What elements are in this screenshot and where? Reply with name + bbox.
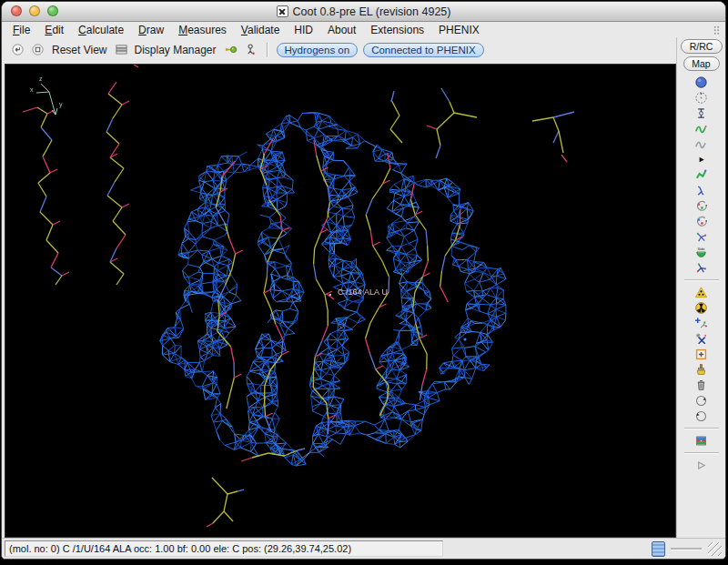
x11-icon xyxy=(277,5,288,17)
menu-validate[interactable]: Validate xyxy=(234,24,288,36)
status-slider[interactable] xyxy=(652,541,665,557)
torsion-general-icon[interactable] xyxy=(694,261,708,275)
menu-extensions[interactable]: Extensions xyxy=(363,24,431,36)
left-column: Reset ViewDisplay ManagerHydrogens onCon… xyxy=(2,37,676,538)
svg-text:Side: Side xyxy=(697,247,705,251)
side-separator xyxy=(684,279,719,281)
clock-icon[interactable] xyxy=(694,91,708,105)
rotate-translate-icon[interactable] xyxy=(694,184,708,197)
redo-icon[interactable] xyxy=(694,409,708,423)
display-manager-button[interactable]: Display Manager xyxy=(114,43,217,57)
triangle-icon[interactable] xyxy=(694,153,708,166)
coot-window: Coot 0.8-pre EL (revision 4925) FileEdit… xyxy=(1,1,726,560)
menu-edit[interactable]: Edit xyxy=(37,24,71,36)
regularize-zone-icon[interactable] xyxy=(694,137,708,151)
radiation-icon[interactable] xyxy=(694,301,708,315)
trash-icon[interactable] xyxy=(694,378,708,392)
side-icon-column: Side xyxy=(684,76,719,472)
menu-hid[interactable]: HID xyxy=(287,24,320,36)
menu-calculate[interactable]: Calculate xyxy=(71,24,131,36)
side-chain-flip-icon[interactable]: Side xyxy=(694,246,708,259)
toolbar-separator xyxy=(267,43,268,57)
canvas-frame xyxy=(2,62,676,538)
rigid-body-icon[interactable] xyxy=(694,168,708,182)
gl-canvas[interactable] xyxy=(5,64,676,538)
status-text: (mol. no: 0) C /1/U/164 ALA occ: 1.00 bf… xyxy=(5,540,443,557)
side-separator xyxy=(684,452,719,454)
zoom-button[interactable] xyxy=(47,5,58,16)
chi-angles-icon[interactable] xyxy=(694,230,708,244)
view-stop-button[interactable] xyxy=(30,43,45,57)
hydrogens-toggle[interactable]: Hydrogens on xyxy=(277,43,359,57)
menu-about[interactable]: About xyxy=(320,24,363,36)
phenix-status-button[interactable]: Connected to PHENIX xyxy=(363,43,483,57)
side-panel: R/RC Map Side xyxy=(676,37,725,538)
menu-bar: FileEditCalculateDrawMeasuresValidateHID… xyxy=(2,22,725,37)
minimize-button[interactable] xyxy=(29,5,40,16)
undo-icon[interactable] xyxy=(694,394,708,408)
key-button[interactable] xyxy=(224,43,238,57)
reset-view-button[interactable]: Reset View xyxy=(50,44,108,56)
resize-grip[interactable] xyxy=(708,542,722,556)
menu-measures[interactable]: Measures xyxy=(171,24,234,36)
map-button[interactable]: Map xyxy=(683,56,720,71)
slider-groove xyxy=(671,548,702,550)
delete-atom-icon[interactable] xyxy=(694,332,708,346)
close-button[interactable] xyxy=(11,5,22,16)
brush-icon[interactable] xyxy=(694,363,708,377)
warning-triangle-icon[interactable] xyxy=(694,286,708,299)
auto-fit-rotamer-icon[interactable] xyxy=(694,199,708,213)
menu-draw[interactable]: Draw xyxy=(131,24,171,36)
traffic-lights xyxy=(11,5,58,16)
play-icon[interactable] xyxy=(694,459,708,472)
menu-grip-icon[interactable] xyxy=(713,25,720,35)
body-row: Reset ViewDisplay ManagerHydrogens onCon… xyxy=(2,37,725,538)
anchor-icon[interactable] xyxy=(694,106,708,120)
menu-file[interactable]: File xyxy=(5,24,37,36)
menu-phenix[interactable]: PHENIX xyxy=(431,24,487,36)
status-bar: (mol. no: 0) C /1/U/164 ALA occ: 1.00 bf… xyxy=(2,538,725,559)
flag-icon[interactable] xyxy=(694,434,708,448)
title-bar: Coot 0.8-pre EL (revision 4925) xyxy=(2,2,725,22)
view-back-button[interactable] xyxy=(10,43,25,57)
main-toolbar: Reset ViewDisplay ManagerHydrogens onCon… xyxy=(2,37,676,62)
sphere-icon[interactable] xyxy=(694,76,708,89)
figure-button[interactable] xyxy=(244,43,258,57)
window-title: Coot 0.8-pre EL (revision 4925) xyxy=(293,5,451,18)
add-box-icon[interactable] xyxy=(694,348,708,361)
refine-zone-icon[interactable] xyxy=(694,122,708,136)
window-title-area: Coot 0.8-pre EL (revision 4925) xyxy=(277,5,451,18)
add-atom-icon[interactable] xyxy=(694,317,708,330)
rotamer-icon[interactable] xyxy=(694,215,708,228)
rrc-button[interactable]: R/RC xyxy=(681,39,723,54)
side-separator xyxy=(684,428,719,429)
layers-icon xyxy=(114,43,128,57)
